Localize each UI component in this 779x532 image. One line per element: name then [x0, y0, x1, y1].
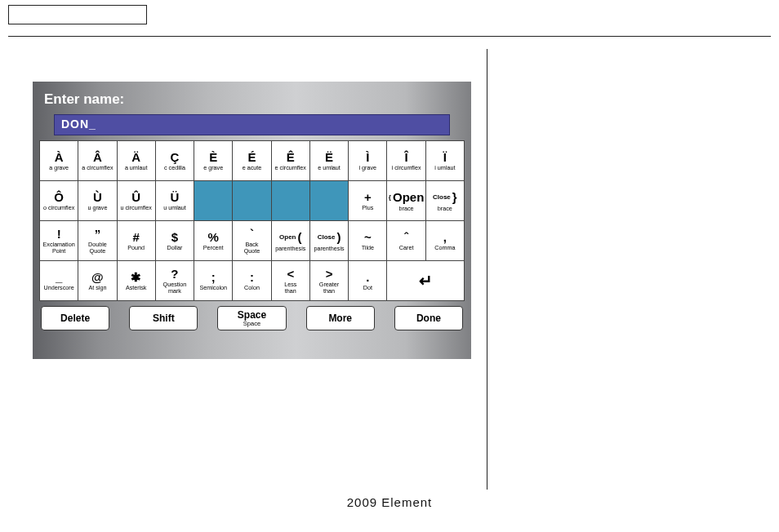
key-2-0[interactable]: !Exclamation Point — [40, 221, 78, 260]
shift-button[interactable]: Shift — [129, 306, 198, 330]
name-input[interactable]: DON_ — [54, 114, 450, 135]
enter-key[interactable]: ↵ — [387, 261, 464, 300]
keyboard-grid: Àa graveÂa circumflexÄa umlautÇc cedilla… — [39, 140, 465, 301]
key-3-5[interactable]: :Colon — [233, 261, 270, 300]
key-1-10[interactable]: Close}brace — [426, 181, 464, 220]
delete-label: Delete — [60, 313, 90, 324]
key-2-8[interactable]: ~Tilde — [349, 221, 386, 260]
key-0-5[interactable]: Ée acute — [233, 141, 270, 180]
key-1-4[interactable] — [194, 181, 232, 220]
more-button[interactable]: More — [306, 306, 375, 330]
key-2-1[interactable]: ”Double Quote — [78, 221, 116, 260]
footer-text: 2009 Element — [0, 495, 779, 509]
done-button[interactable]: Done — [394, 306, 463, 330]
key-1-2[interactable]: Ûu circumflex — [118, 181, 155, 220]
key-0-4[interactable]: Èe grave — [194, 141, 232, 180]
key-1-0[interactable]: Ôo circumflex — [40, 181, 78, 220]
more-label: More — [328, 313, 352, 324]
delete-button[interactable]: Delete — [41, 306, 109, 330]
key-1-6[interactable] — [272, 181, 309, 220]
key-3-6[interactable]: <Less than — [272, 261, 309, 300]
key-2-4[interactable]: %Percent — [194, 221, 232, 260]
key-3-1[interactable]: @At sign — [78, 261, 116, 300]
prompt-label: Enter name: — [39, 88, 465, 114]
key-1-9[interactable]: {Openbrace — [387, 181, 425, 220]
key-1-1[interactable]: Ùu grave — [78, 181, 116, 220]
divider-vertical — [487, 49, 487, 490]
key-2-2[interactable]: #Pound — [118, 221, 155, 260]
keyboard-panel: Enter name: DON_ Àa graveÂa circumflexÄa… — [33, 82, 471, 359]
key-0-0[interactable]: Àa grave — [40, 141, 78, 180]
key-0-7[interactable]: Ëe umlaut — [310, 141, 348, 180]
divider-horizontal — [8, 36, 771, 37]
key-2-10[interactable]: ,Comma — [426, 221, 464, 260]
key-0-1[interactable]: Âa circumflex — [78, 141, 116, 180]
key-0-10[interactable]: Ïi umlaut — [426, 141, 464, 180]
key-2-9[interactable]: ˆCaret — [387, 221, 425, 260]
key-0-8[interactable]: Ìi grave — [349, 141, 386, 180]
space-sublabel: Space — [243, 320, 260, 327]
key-1-8[interactable]: +Plus — [349, 181, 386, 220]
key-3-4[interactable]: ;Semicolon — [194, 261, 232, 300]
shift-label: Shift — [153, 313, 175, 324]
key-3-2[interactable]: ✱Asterisk — [118, 261, 155, 300]
key-3-7[interactable]: >Greater than — [310, 261, 348, 300]
key-2-3[interactable]: $Dollar — [156, 221, 194, 260]
key-2-6[interactable]: Open(parenthesis — [272, 221, 309, 260]
key-2-7[interactable]: Close)parenthesis — [310, 221, 348, 260]
key-1-7[interactable] — [310, 181, 348, 220]
key-2-5[interactable]: `Back Quote — [233, 221, 270, 260]
done-label: Done — [416, 313, 441, 324]
key-3-3[interactable]: ?Question mark — [156, 261, 194, 300]
key-3-0[interactable]: _Underscore — [40, 261, 78, 300]
key-0-2[interactable]: Äa umlaut — [118, 141, 155, 180]
key-0-9[interactable]: Îi circumflex — [387, 141, 425, 180]
key-0-6[interactable]: Êe circumflex — [272, 141, 309, 180]
bottom-button-row: Delete Shift Space Space More Done — [39, 306, 465, 330]
key-1-5[interactable] — [233, 181, 270, 220]
key-0-3[interactable]: Çc cedilla — [156, 141, 194, 180]
space-button[interactable]: Space Space — [217, 306, 286, 330]
key-1-3[interactable]: Üu umlaut — [156, 181, 194, 220]
key-3-8[interactable]: .Dot — [349, 261, 386, 300]
space-label: Space — [238, 309, 266, 321]
header-box — [8, 5, 147, 24]
